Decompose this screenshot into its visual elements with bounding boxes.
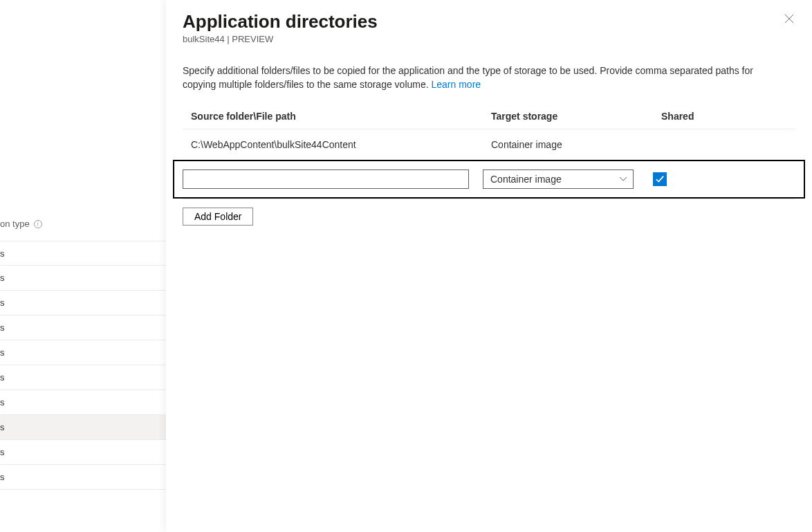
sidebar-item[interactable]: s: [0, 465, 166, 490]
source-path-input[interactable]: [183, 169, 469, 189]
add-folder-button[interactable]: Add Folder: [183, 208, 253, 226]
col-header-source: Source folder\File path: [191, 111, 491, 122]
close-icon: [784, 14, 794, 24]
target-storage-select[interactable]: Container image: [483, 169, 634, 189]
page-title: Application directories: [183, 11, 795, 33]
col-header-target: Target storage: [491, 111, 661, 122]
learn-more-link[interactable]: Learn more: [432, 79, 481, 90]
blade-panel: Application directories bulkSite44 | PRE…: [166, 0, 812, 532]
left-sidebar: on type i ssssssssss: [0, 0, 166, 532]
sidebar-item[interactable]: s: [0, 440, 166, 465]
check-icon: [655, 174, 665, 184]
sidebar-item[interactable]: s: [0, 415, 166, 440]
shared-checkbox[interactable]: [653, 172, 667, 186]
left-list: ssssssssss: [0, 241, 166, 490]
table-row-editing: Container image: [173, 160, 805, 199]
sidebar-item[interactable]: s: [0, 340, 166, 365]
sidebar-item[interactable]: s: [0, 266, 166, 291]
blade-description: Specify additional folders/files to be c…: [183, 64, 777, 91]
sidebar-item[interactable]: s: [0, 291, 166, 315]
table-header: Source folder\File path Target storage S…: [183, 111, 795, 129]
page-subtitle: bulkSite44 | PREVIEW: [183, 34, 795, 44]
select-value: Container image: [490, 174, 562, 185]
left-label: on type i: [0, 219, 42, 229]
directories-table: Source folder\File path Target storage S…: [183, 111, 795, 199]
col-header-shared: Shared: [661, 111, 717, 122]
close-button[interactable]: [783, 14, 795, 26]
sidebar-item[interactable]: s: [0, 241, 166, 266]
row-target-value: Container image: [491, 139, 661, 150]
chevron-down-icon: [619, 175, 627, 183]
sidebar-item[interactable]: s: [0, 365, 166, 390]
info-icon[interactable]: i: [34, 220, 42, 228]
sidebar-item[interactable]: s: [0, 315, 166, 340]
left-label-text: on type: [0, 219, 30, 229]
blade-header: Application directories bulkSite44 | PRE…: [183, 11, 795, 44]
table-row: C:\WebAppContent\bulkSite44Content Conta…: [183, 129, 795, 160]
row-source-value: C:\WebAppContent\bulkSite44Content: [191, 139, 491, 150]
sidebar-item[interactable]: s: [0, 390, 166, 415]
